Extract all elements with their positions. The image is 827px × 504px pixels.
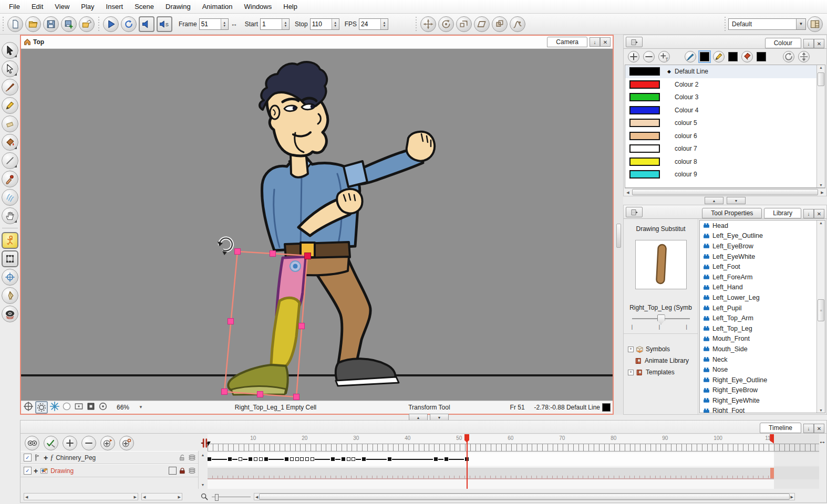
zoom-dropdown-icon[interactable]: ▼ [139,405,143,410]
start-spinner[interactable]: ▲▼ [260,18,290,30]
loop-button[interactable] [121,16,137,32]
reshape-tool[interactable] [2,287,18,304]
toolbar-grip[interactable] [415,17,418,32]
edit-colour-icon[interactable]: T [658,51,670,62]
frame-hscrollbar[interactable]: ◀▶ [254,493,795,500]
menu-file[interactable]: File [3,1,26,13]
library-vscrollbar[interactable]: ▲ ≡ ▼ [816,220,825,413]
scroll-down-icon[interactable]: ▼ [819,183,823,187]
new-file-button[interactable] [7,16,23,32]
collapse-up-icon[interactable]: ▲ [705,197,723,204]
layer-hscrollbar[interactable]: ◀▶ [24,493,138,500]
library-item[interactable]: Left_Foot [700,261,825,272]
motion-curve-button[interactable] [510,16,525,32]
layers-stack-icon[interactable] [188,467,196,475]
library-item[interactable]: Head [700,220,825,231]
menu-view[interactable]: View [49,1,75,13]
spinner-arrows-icon[interactable]: ▲▼ [332,19,339,29]
scrollbar-thumb[interactable] [818,72,824,86]
spinner-arrows-icon[interactable]: ▲▼ [221,19,228,29]
keyframe-breakdown[interactable] [254,457,257,461]
keyframe-breakdown[interactable] [290,457,294,461]
drawing-substitution-slider[interactable]: ▏▏▏ [632,314,690,328]
start-input[interactable] [261,19,282,29]
frame-zoom-slider[interactable] [212,494,251,499]
onion-skin-tool[interactable] [2,306,18,322]
marquee-select-tool[interactable] [2,250,18,267]
panel-float-icon[interactable]: ↓ [803,39,814,48]
swap-colour-icon[interactable] [783,51,794,62]
library-item[interactable]: Left_Top_Leg [700,323,825,334]
drawing-preview[interactable] [635,240,687,289]
tab-camera[interactable]: Camera [547,37,587,47]
library-item-list[interactable]: HeadLeft_Eye_OutlineLeft_EyeBrowLeft_Eye… [699,220,825,413]
frame-ruler[interactable]: 102030405060708090100110 [208,434,819,452]
keyframe-key[interactable] [228,457,232,461]
keyframe-breakdown[interactable] [352,457,355,461]
menu-windows[interactable]: Windows [239,1,278,13]
keyframe-key[interactable] [444,457,448,461]
tab-library[interactable]: Library [764,208,801,218]
lock-open-icon[interactable] [179,454,186,461]
outline-mode-icon[interactable] [86,401,96,412]
timeline-frame-area[interactable]: 102030405060708090100110 [208,434,819,489]
expand-layer-icon[interactable]: + [34,467,38,475]
stop-input[interactable] [311,19,332,29]
zoom-level[interactable]: 66% [117,404,129,411]
colour-row[interactable]: ◆Default Line [625,65,825,78]
skew-button[interactable] [474,16,490,32]
menu-scene[interactable]: Scene [129,1,160,13]
library-item[interactable]: Right_Foot [700,406,825,413]
save-all-button[interactable] [61,16,77,32]
paint-tool[interactable] [2,134,18,151]
library-item[interactable]: Right_EyeBrow [700,385,825,396]
tree-item-templates[interactable]: +Templates [628,366,698,378]
keyframe-breakdown[interactable] [311,457,314,461]
colour-chip[interactable] [629,132,660,140]
colour-row[interactable]: Colour 3 [625,91,825,104]
tab-timeline[interactable]: Timeline [760,423,801,433]
library-item[interactable]: Mouth_Front [700,334,825,344]
keyframe-key[interactable] [285,457,288,461]
colour-row[interactable]: Colour 2 [625,78,825,91]
expand-layer-icon[interactable]: + [44,454,48,462]
library-item[interactable]: Right_EyeWhite [700,395,825,406]
workspace-layout-icon[interactable] [807,16,823,32]
toolbar-grip[interactable] [2,17,5,32]
white-circle-icon[interactable] [61,401,72,412]
keyframe-breakdown[interactable] [347,457,350,461]
timeline-layer-row[interactable]: ✓+ƒChinnery_Peg [20,451,198,464]
library-item[interactable]: Nose [700,364,825,375]
close-icon[interactable]: ✕ [600,37,611,47]
colour-row[interactable]: colour 6 [625,130,825,143]
splitter-handle[interactable] [616,224,621,248]
colour-chip[interactable] [629,144,660,153]
eraser-tool[interactable] [2,116,18,132]
colour-list[interactable]: ◆Default LineColour 2Colour 3Colour 4col… [625,65,825,188]
contour-editor-tool[interactable] [2,60,18,77]
library-item[interactable]: Left_Pupil [700,303,825,313]
menu-play[interactable]: Play [75,1,100,13]
layer-enable-checkbox[interactable]: ✓ [24,467,32,475]
keyframe-breakdown[interactable] [295,457,299,461]
panel-float-icon[interactable]: ↓ [803,209,814,218]
close-icon[interactable]: ✕ [814,424,824,433]
chevron-down-icon[interactable]: ▼ [796,19,805,29]
panel-menu-icon[interactable] [626,37,643,47]
colour-chip[interactable] [629,119,660,127]
panel-float-icon[interactable]: ↓ [803,424,814,433]
colour-chip[interactable] [629,80,660,89]
toolbar-grip[interactable] [97,17,100,32]
snowflake-icon[interactable] [49,401,60,412]
sound-scrub-button[interactable]: S [157,16,172,32]
library-item[interactable]: Right_Eye_Outline [700,375,825,385]
export-button[interactable] [79,16,95,32]
vertical-splitter[interactable] [614,35,623,415]
keyframe-breakdown[interactable] [259,457,263,461]
scroll-down-icon[interactable]: ▼ [819,408,823,412]
keyframe-key[interactable] [208,457,211,461]
layer-name[interactable]: Drawing [50,467,74,475]
menu-drawing[interactable]: Drawing [160,1,197,13]
colour-row[interactable]: colour 9 [625,168,825,181]
library-item[interactable]: Left_EyeWhite [700,251,825,262]
